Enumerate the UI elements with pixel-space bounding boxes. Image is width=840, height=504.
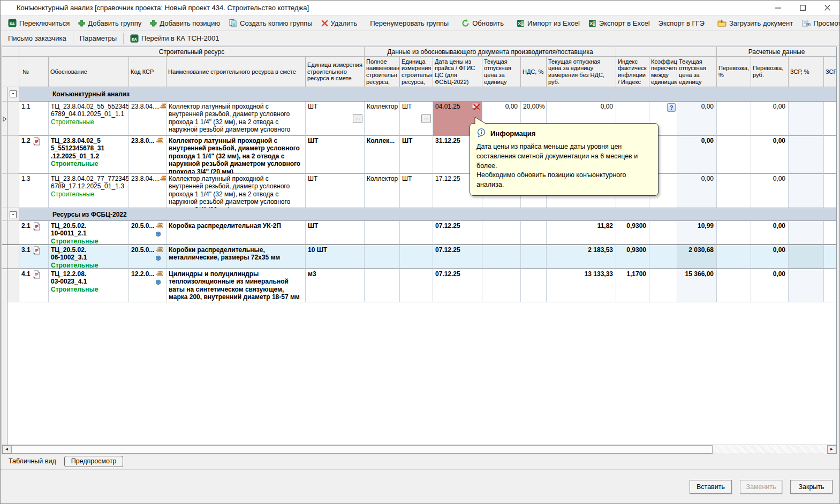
tab-table-view[interactable]: Табличный вид [2, 456, 63, 467]
toolbar-button-parameters[interactable]: Параметры [75, 32, 121, 44]
minimize-button[interactable] [766, 1, 790, 15]
cell-ksr-code[interactable]: 23.8.04.... [129, 174, 167, 208]
scroll-left-button[interactable]: ◄ [2, 445, 11, 454]
toolbar-button-add-group[interactable]: Добавить группу [74, 17, 146, 29]
cell-unit-estimate[interactable]: ШТ [306, 221, 365, 245]
cell-unit[interactable] [400, 245, 433, 269]
tab-preview[interactable]: Предпросмотр [64, 456, 124, 467]
toolbar-button-customer-letter[interactable]: Письмо заказчика [4, 32, 71, 44]
cell-vat[interactable] [521, 245, 547, 269]
table-row[interactable]: 1.1ТЦ_23.8.04.02_55_552345 6789_04.01.20… [2, 102, 836, 136]
toolbar-button-view-document[interactable]: Просмотр документа [797, 17, 840, 29]
toolbar-button-switch[interactable]: КАПереключиться [4, 17, 74, 29]
cell-num[interactable]: 1.3 [19, 174, 49, 208]
cell-num[interactable]: 3.1 [19, 245, 49, 269]
cell-price-date[interactable]: 07.12.25 [433, 269, 482, 302]
collapse-group-button[interactable]: - [10, 90, 17, 97]
maximize-button[interactable] [790, 1, 815, 15]
cell-name[interactable]: Коробки распределительные, металлические… [167, 245, 306, 269]
cell-name[interactable]: Коллектор латунный проходной с внутренне… [167, 102, 306, 136]
cell-ksr-code[interactable]: 23.8.0... [129, 136, 167, 174]
cell-num[interactable]: 4.1 [19, 269, 49, 302]
cell-conversion-coeff[interactable] [649, 221, 677, 245]
cell-transport-rub[interactable]: 0,00 [751, 102, 789, 136]
toolbar-button-refresh[interactable]: Обновить [457, 17, 508, 29]
cell-transport-rub[interactable]: 0,00 [751, 245, 789, 269]
cell-price-no-vat[interactable]: 13 133,33 [547, 269, 616, 302]
cell-full-name[interactable] [365, 269, 400, 302]
table-row[interactable]: 2.1ТЦ_20.5.02. 10-0011_2.1Строительные20… [2, 221, 836, 245]
close-button[interactable] [815, 1, 839, 15]
cell-zsr[interactable] [824, 221, 837, 245]
toolbar-button-import-excel[interactable]: XИмпорт из Excel [512, 17, 584, 29]
toolbar-button-copy-group[interactable]: Создать копию группы [224, 17, 317, 29]
cell-unit[interactable]: ШТ [400, 174, 433, 208]
cell-unit-estimate[interactable]: ШТ [306, 136, 365, 174]
cell-justification[interactable]: ТЦ_20.5.02. 06-1002_3.1Строительные [49, 245, 129, 269]
cell-current-price[interactable] [482, 269, 521, 302]
cell-unit[interactable]: ШТ [400, 136, 433, 174]
cell-full-name[interactable]: Коллек... [365, 136, 400, 174]
cell-current-unit-price[interactable]: 10,99 [677, 221, 717, 245]
table-row[interactable]: 1.2ТЦ_23.8.04.02_5 5_5512345678_31 .12.2… [2, 136, 836, 174]
cell-current-unit-price[interactable]: 0,00 [677, 102, 717, 136]
cell-justification[interactable]: ТЦ_12.2.08. 03-0023_4.1Строительные [49, 269, 129, 302]
cell-price-date[interactable]: 07.12.25 [433, 221, 482, 245]
scrollbar-thumb[interactable] [11, 445, 713, 454]
cell-ksr-code[interactable]: 20.5.0... [129, 221, 167, 245]
group-row[interactable]: -Ресурсы из ФСБЦ-2022 [2, 208, 836, 221]
cell-zsr[interactable] [824, 136, 837, 174]
cell-num[interactable]: 2.1 [19, 221, 49, 245]
cell-inflation-index[interactable]: 1,1700 [616, 269, 649, 302]
cell-transport-pct[interactable] [717, 221, 751, 245]
cell-full-name[interactable]: Коллектор [365, 174, 400, 208]
cell-current-unit-price[interactable]: 0,00 [677, 136, 717, 174]
cell-unit[interactable] [400, 269, 433, 302]
cell-unit-estimate[interactable]: м3 [306, 269, 365, 302]
cell-full-name[interactable] [365, 221, 400, 245]
cell-zsr[interactable] [824, 245, 837, 269]
cell-transport-pct[interactable] [717, 245, 751, 269]
cell-zsr[interactable] [824, 269, 837, 302]
cell-unit-estimate[interactable]: 10 ШТ [306, 245, 365, 269]
toolbar-button-export-excel[interactable]: XЭкспорт в Excel [584, 17, 654, 29]
cell-current-unit-price[interactable]: 15 366,00 [677, 269, 717, 302]
cell-zsr-pct[interactable] [789, 102, 824, 136]
cell-price-no-vat[interactable]: 2 183,53 [547, 245, 616, 269]
cell-zsr[interactable] [824, 102, 837, 136]
group-row[interactable]: -Конъюнктурный анализ [2, 87, 836, 102]
cell-current-unit-price[interactable]: 2 030,68 [677, 245, 717, 269]
cell-unit-estimate[interactable]: ШТ... [306, 102, 365, 136]
cell-transport-rub[interactable]: 0,00 [751, 269, 789, 302]
cell-name[interactable]: Цилиндры и полуцилиндры теплоизоляционны… [167, 269, 306, 302]
cell-name[interactable]: Коллектор латунный проходной с внутренне… [167, 136, 306, 174]
table-row[interactable]: 4.1ТЦ_12.2.08. 03-0023_4.1Строительные12… [2, 269, 836, 302]
cell-current-price[interactable] [482, 245, 521, 269]
cell-conversion-coeff[interactable] [649, 245, 677, 269]
cell-unit[interactable]: ШТ... [400, 102, 433, 136]
horizontal-scrollbar[interactable]: ◄ ► [2, 445, 836, 454]
toolbar-button-goto-ka-tsn-2001[interactable]: КАПерейти в КА ТСН-2001 [126, 32, 223, 45]
cell-transport-rub[interactable]: 0,00 [751, 136, 789, 174]
insert-button[interactable]: Вставить [690, 480, 732, 494]
cell-unit-estimate[interactable]: ШТ [306, 174, 365, 208]
coefficient-help-button[interactable]: ? [667, 103, 676, 112]
cell-zsr-pct[interactable] [789, 245, 824, 269]
cell-name[interactable]: Коробка распределительная УК-2П [167, 221, 306, 245]
cell-transport-pct[interactable] [717, 269, 751, 302]
cell-justification[interactable]: ТЦ_20.5.02. 10-0011_2.1Строительные [49, 221, 129, 245]
cell-current-price[interactable] [482, 221, 521, 245]
cell-conversion-coeff[interactable] [649, 269, 677, 302]
cell-justification[interactable]: ТЦ_23.8.04.02_77_772345 6789_17.12.2025_… [49, 174, 129, 208]
cell-price-no-vat[interactable]: 11,82 [547, 221, 616, 245]
cell-zsr-pct[interactable] [789, 174, 824, 208]
toolbar-button-export-gge[interactable]: Экспорт в ГГЭ [654, 17, 709, 29]
cell-zsr-pct[interactable] [789, 269, 824, 302]
table-row[interactable]: 3.1ТЦ_20.5.02. 06-1002_3.1Строительные20… [2, 245, 836, 269]
scroll-right-button[interactable]: ► [827, 445, 836, 454]
cell-transport-rub[interactable]: 0,00 [751, 174, 789, 208]
cell-price-date[interactable]: 07.12.25 [433, 245, 482, 269]
collapse-group-button[interactable]: - [10, 211, 17, 218]
cell-full-name[interactable] [365, 245, 400, 269]
cell-full-name[interactable]: Коллектор [365, 102, 400, 136]
